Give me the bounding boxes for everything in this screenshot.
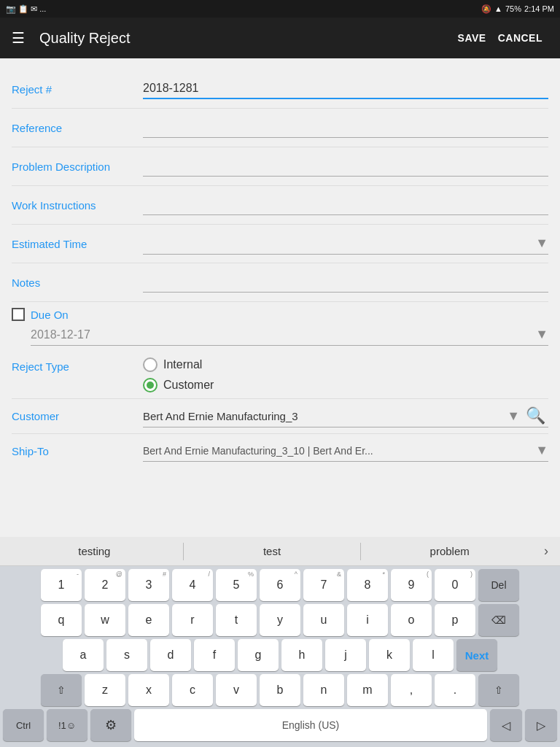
work-instructions-input[interactable]	[143, 196, 548, 215]
key-z[interactable]: z	[85, 674, 125, 706]
asdf-row: a s d f g h j k l Next	[1, 639, 559, 671]
form-area: Reject # Reference Problem Description W…	[0, 58, 560, 537]
due-on-label: Due On	[31, 309, 69, 321]
key-g[interactable]: g	[238, 639, 279, 671]
internal-radio-button[interactable]	[143, 357, 158, 372]
key-9[interactable]: (9	[391, 569, 432, 601]
key-x[interactable]: x	[128, 674, 169, 706]
due-date-dropdown[interactable]: 2018-12-17 ▼	[31, 324, 548, 346]
suggestions-expand-icon[interactable]: ›	[538, 541, 554, 562]
key-6[interactable]: ^6	[260, 569, 300, 601]
key-7[interactable]: &7	[303, 569, 344, 601]
notes-input-area	[143, 273, 548, 293]
app-bar: ☰ Quality Reject SAVE CANCEL	[0, 18, 560, 58]
key-r[interactable]: r	[172, 604, 213, 636]
customer-radio-inner	[147, 382, 154, 389]
key-i[interactable]: i	[347, 604, 388, 636]
key-shift-right[interactable]: ⇧	[478, 674, 519, 706]
problem-description-input[interactable]	[143, 157, 548, 177]
key-f[interactable]: f	[194, 639, 235, 671]
battery-level: 75%	[505, 4, 521, 13]
key-space[interactable]: English (US)	[134, 709, 487, 741]
due-on-label-row: Due On	[12, 308, 69, 321]
work-instructions-input-area	[143, 196, 548, 215]
save-button[interactable]: SAVE	[452, 26, 492, 50]
work-instructions-label: Work Instructions	[12, 199, 143, 212]
reject-type-internal[interactable]: Internal	[143, 357, 214, 372]
zxcv-row: ⇧ z x c v b n m , . ⇧	[1, 674, 559, 706]
key-2[interactable]: @2	[85, 569, 125, 601]
customer-dropdown-arrow-icon: ▼	[507, 409, 520, 424]
suggestion-2[interactable]: test	[184, 542, 361, 560]
key-del[interactable]: Del	[478, 569, 519, 601]
key-q[interactable]: q	[41, 604, 82, 636]
app-icons: 📷 📋 ✉ ...	[6, 4, 46, 14]
notes-label: Notes	[12, 276, 143, 289]
suggestion-1[interactable]: testing	[6, 542, 183, 560]
key-arrow-right[interactable]: ▷	[525, 709, 557, 741]
customer-dropdown[interactable]: Bert And Ernie Manufacturing_3	[143, 407, 507, 425]
reject-type-customer[interactable]: Customer	[143, 378, 214, 392]
key-period[interactable]: .	[435, 674, 475, 706]
key-e[interactable]: e	[128, 604, 169, 636]
status-bar: 📷 📋 ✉ ... 🔕 ▲ 75% 2:14 PM	[0, 0, 560, 18]
key-o[interactable]: o	[391, 604, 432, 636]
keyboard: testing test problem › -1 @2 #3 /4 %5 ^6…	[0, 537, 560, 747]
key-b[interactable]: b	[260, 674, 300, 706]
key-arrow-left[interactable]: ◁	[490, 709, 522, 741]
key-j[interactable]: j	[325, 639, 366, 671]
estimated-time-dropdown[interactable]: ▼	[143, 233, 548, 255]
reject-number-label: Reject #	[12, 83, 143, 96]
key-0[interactable]: )0	[435, 569, 475, 601]
key-u[interactable]: u	[303, 604, 344, 636]
key-h[interactable]: h	[281, 639, 322, 671]
suggestion-3[interactable]: problem	[361, 542, 538, 560]
key-n[interactable]: n	[303, 674, 344, 706]
notes-input[interactable]	[143, 273, 548, 293]
qwerty-row: q w e r t y u i o p ⌫	[1, 604, 559, 636]
reject-type-options: Internal Customer	[143, 357, 214, 392]
work-instructions-row: Work Instructions	[0, 186, 560, 224]
key-d[interactable]: d	[150, 639, 191, 671]
key-settings[interactable]: ⚙	[90, 709, 131, 741]
key-m[interactable]: m	[347, 674, 388, 706]
estimated-time-row: Estimated Time ▼	[0, 225, 560, 263]
key-c[interactable]: c	[172, 674, 213, 706]
key-comma[interactable]: ,	[391, 674, 432, 706]
key-y[interactable]: y	[260, 604, 300, 636]
customer-radio-button[interactable]	[143, 378, 158, 392]
key-k[interactable]: k	[369, 639, 410, 671]
number-key-row: -1 @2 #3 /4 %5 ^6 &7 *8 (9 )0 Del	[1, 569, 559, 601]
key-8[interactable]: *8	[347, 569, 388, 601]
ship-to-dropdown[interactable]: Bert And Ernie Manufacturing_3_10 | Bert…	[143, 440, 548, 462]
key-4[interactable]: /4	[172, 569, 213, 601]
key-emoji[interactable]: !1☺	[47, 709, 88, 741]
key-shift-left[interactable]: ⇧	[41, 674, 82, 706]
cancel-button[interactable]: CANCEL	[492, 26, 548, 50]
reference-input[interactable]	[143, 118, 548, 138]
key-1[interactable]: -1	[41, 569, 82, 601]
ship-to-row: Ship-To Bert And Ernie Manufacturing_3_1…	[0, 434, 560, 468]
hamburger-menu-icon[interactable]: ☰	[12, 29, 25, 47]
notes-row: Notes	[0, 263, 560, 301]
due-on-checkbox[interactable]	[12, 308, 25, 321]
key-p[interactable]: p	[435, 604, 475, 636]
problem-description-label: Problem Description	[12, 160, 143, 173]
key-v[interactable]: v	[216, 674, 257, 706]
reject-number-input[interactable]	[143, 79, 548, 99]
key-t[interactable]: t	[216, 604, 257, 636]
estimated-time-label: Estimated Time	[12, 238, 143, 250]
key-ctrl[interactable]: Ctrl	[3, 709, 44, 741]
key-5[interactable]: %5	[216, 569, 257, 601]
estimated-time-arrow-icon: ▼	[535, 236, 548, 251]
key-s[interactable]: s	[106, 639, 147, 671]
key-l[interactable]: l	[413, 639, 454, 671]
customer-search-icon[interactable]: 🔍	[523, 405, 548, 427]
key-w[interactable]: w	[85, 604, 125, 636]
key-next[interactable]: Next	[456, 639, 497, 671]
key-3[interactable]: #3	[128, 569, 169, 601]
internal-label: Internal	[163, 358, 202, 371]
wifi-icon: ▲	[494, 4, 502, 13]
key-a[interactable]: a	[63, 639, 104, 671]
key-backspace[interactable]: ⌫	[478, 604, 519, 636]
